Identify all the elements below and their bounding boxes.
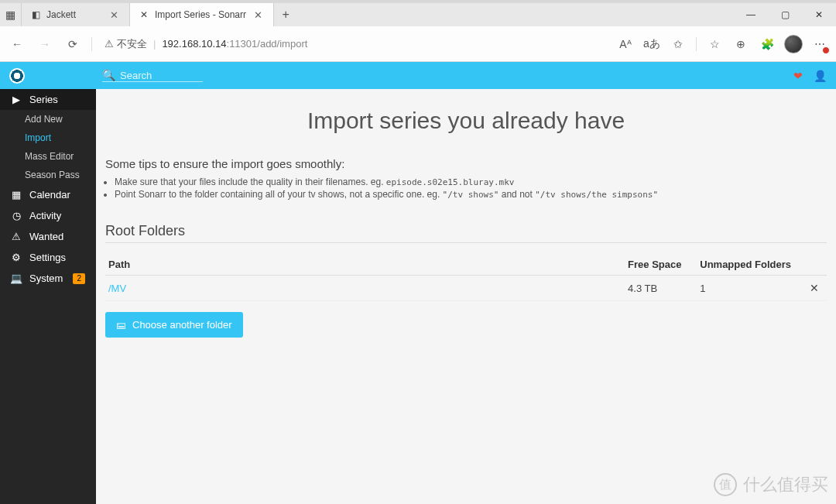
watermark-icon: 值 [714,473,737,496]
nav-forward-button[interactable]: → [33,32,57,57]
window-close-button[interactable]: ✕ [802,3,836,26]
col-unmapped: Unmapped Folders [697,254,797,276]
favicon-sonarr: ✕ [138,9,150,21]
sidebar-item-label: Series [29,94,58,105]
favicon-jackett: ◧ [29,9,42,21]
sidebar-item-label: Wanted [29,231,63,242]
sidebar-item-calendar[interactable]: ▦ Calendar [0,184,96,205]
watermark: 值 什么值得买 [714,473,828,496]
free-space-value: 4.3 TB [625,276,697,301]
extensions-icon[interactable]: 🧩 [755,33,779,56]
sidebar-item-season-pass[interactable]: Season Pass [0,166,96,184]
sidebar-item-label: Settings [29,252,66,263]
window-minimize-button[interactable]: — [734,3,768,26]
remove-folder-icon[interactable]: ✕ [810,282,819,294]
clock-icon: ◷ [11,210,22,221]
warning-icon: ⚠ [104,38,114,50]
tips-heading: Some tips to ensure the import goes smoo… [105,157,827,170]
laptop-icon: 💻 [11,273,22,284]
divider [105,242,827,243]
col-path: Path [105,254,625,276]
favorite-icon[interactable]: ✩ [666,33,690,56]
browser-tab-strip: ▦ ◧ Jackett ✕ ✕ Import Series - Sonarr ✕… [0,0,836,26]
nav-reload-button[interactable]: ⟳ [60,32,85,57]
sidebar-item-label: Activity [29,210,61,221]
nav-back-button[interactable]: ← [5,32,29,57]
url-text: 192.168.10.14:11301/add/import [162,38,307,50]
search-input[interactable] [120,70,203,81]
root-folder-path-link[interactable]: /MV [108,283,126,294]
table-row[interactable]: /MV 4.3 TB 1 ✕ [105,276,827,301]
sidebar-item-label: System [29,273,63,284]
notification-badge [822,46,830,54]
choose-another-folder-button[interactable]: 🖴 Choose another folder [105,312,243,338]
choose-button-label: Choose another folder [132,319,232,331]
new-tab-button[interactable]: + [274,8,297,22]
sidebar-item-add-new[interactable]: Add New [0,110,96,129]
sidebar-item-series[interactable]: ▶ Series [0,89,96,110]
tip-item: Point Sonarr to the folder containing al… [115,189,827,200]
url-field[interactable]: ⚠ 不安全 | 192.168.10.14:11301/add/import [98,32,606,57]
unmapped-value: 1 [697,276,797,301]
calendar-icon: ▦ [11,189,22,201]
main-content: Import series you already have Some tips… [96,89,836,504]
system-badge: 2 [73,273,85,284]
sidebar-item-system[interactable]: 💻 System 2 [0,268,96,289]
window-maximize-button[interactable]: ▢ [768,3,802,26]
root-folders-table: Path Free Space Unmapped Folders /MV 4.3… [105,254,827,301]
tab-jackett[interactable]: ◧ Jackett ✕ [22,3,130,26]
tab-title: Jackett [46,9,76,20]
page-title: Import series you already have [105,108,827,134]
tab-title: Import Series - Sonarr [155,9,246,20]
sidebar-item-activity[interactable]: ◷ Activity [0,205,96,226]
warning-icon: ⚠ [11,231,22,242]
root-folders-heading: Root Folders [105,223,827,239]
search-icon: 🔍 [102,69,115,81]
app-header: 🔍 ❤ 👤 [0,62,836,89]
avatar [784,35,803,53]
sidebar-item-settings[interactable]: ⚙ Settings [0,247,96,268]
favorites-list-icon[interactable]: ☆ [703,33,726,56]
tab-close-icon[interactable]: ✕ [107,9,122,21]
tips-list: Make sure that your files include the qu… [115,177,827,200]
col-free-space: Free Space [625,254,697,276]
menu-button[interactable]: ⋯ [808,33,831,56]
sidebar-item-wanted[interactable]: ⚠ Wanted [0,226,96,247]
play-icon: ▶ [11,94,22,105]
drive-icon: 🖴 [116,319,126,331]
profile-button[interactable] [782,33,805,56]
sidebar-item-label: Calendar [29,189,70,201]
donate-icon[interactable]: ❤ [793,70,803,82]
collections-icon[interactable]: ⊕ [729,33,752,56]
gear-icon: ⚙ [11,252,22,263]
reader-icon[interactable]: Aᴬ [614,33,637,56]
tab-actions-icon[interactable]: ▦ [0,3,22,26]
window-controls: — ▢ ✕ [734,3,836,26]
tip-item: Make sure that your files include the qu… [115,177,827,187]
sonarr-logo[interactable] [9,68,25,84]
address-bar: ← → ⟳ ⚠ 不安全 | 192.168.10.14:11301/add/im… [0,26,836,62]
tab-close-icon[interactable]: ✕ [251,9,266,21]
user-icon[interactable]: 👤 [814,70,827,82]
sidebar-item-import[interactable]: Import [0,129,96,147]
sidebar: ▶ Series Add New Import Mass Editor Seas… [0,89,96,504]
tab-sonarr[interactable]: ✕ Import Series - Sonarr ✕ [130,3,274,26]
search-container: 🔍 [102,69,203,82]
security-label: 不安全 [117,37,147,51]
security-indicator[interactable]: ⚠ 不安全 [104,37,147,51]
watermark-text: 什么值得买 [743,473,828,496]
translate-icon[interactable]: aあ [640,33,663,56]
sidebar-item-mass-editor[interactable]: Mass Editor [0,147,96,166]
